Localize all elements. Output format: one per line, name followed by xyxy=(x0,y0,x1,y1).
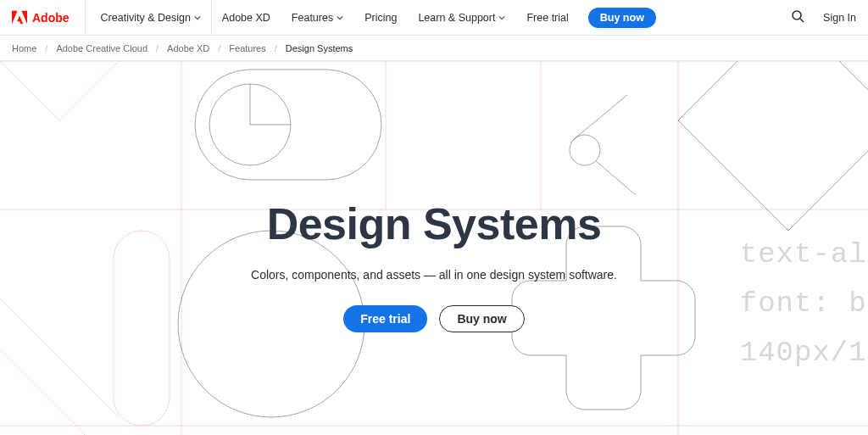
nav-adobe-xd[interactable]: Adobe XD xyxy=(212,0,281,35)
search-icon xyxy=(791,9,804,23)
breadcrumb-features[interactable]: Features xyxy=(229,43,265,53)
buy-now-button[interactable]: Buy now xyxy=(439,305,524,332)
svg-point-0 xyxy=(793,11,801,20)
hero-section: text-ali font: bo 140px/11 Design System… xyxy=(0,61,868,435)
breadcrumb-separator: / xyxy=(45,43,47,53)
breadcrumb-separator: / xyxy=(218,43,220,53)
nav-creativity-design[interactable]: Creativity & Design xyxy=(91,0,212,35)
breadcrumb-separator: / xyxy=(275,43,277,53)
adobe-logo-text: Adobe xyxy=(32,11,70,25)
breadcrumb-adobe-xd[interactable]: Adobe XD xyxy=(167,43,209,53)
nav-label: Pricing xyxy=(364,12,397,24)
nav-items: Creativity & Design Adobe XD Features Pr… xyxy=(91,0,656,35)
breadcrumb-separator: / xyxy=(156,43,159,53)
sign-in-link[interactable]: Sign In xyxy=(823,12,856,24)
nav-label: Features xyxy=(292,12,333,24)
search-button[interactable] xyxy=(791,9,804,26)
svg-line-1 xyxy=(800,19,804,22)
page-title: Design Systems xyxy=(267,198,602,249)
chevron-down-icon xyxy=(498,14,505,21)
breadcrumb: Home / Adobe Creative Cloud / Adobe XD /… xyxy=(0,36,868,61)
nav-label: Adobe XD xyxy=(222,12,270,24)
nav-free-trial[interactable]: Free trial xyxy=(516,0,579,35)
adobe-logo-icon xyxy=(12,10,27,25)
top-nav: Adobe Creativity & Design Adobe XD Featu… xyxy=(0,0,868,36)
nav-label: Free trial xyxy=(526,12,568,24)
chevron-down-icon xyxy=(337,14,343,21)
cta-row: Free trial Buy now xyxy=(343,305,524,332)
nav-label: Creativity & Design xyxy=(101,12,191,24)
page-subtitle: Colors, components, and assets — all in … xyxy=(251,268,617,282)
adobe-logo[interactable]: Adobe xyxy=(12,0,86,35)
chevron-down-icon xyxy=(194,14,201,21)
breadcrumb-current: Design Systems xyxy=(286,43,353,53)
nav-label: Learn & Support xyxy=(418,12,495,24)
hero-content: Design Systems Colors, components, and a… xyxy=(0,61,868,435)
nav-features[interactable]: Features xyxy=(281,0,354,35)
nav-right: Sign In xyxy=(791,9,856,26)
nav-pricing[interactable]: Pricing xyxy=(354,0,408,35)
nav-buy-now-button[interactable]: Buy now xyxy=(588,8,656,28)
free-trial-button[interactable]: Free trial xyxy=(343,305,427,332)
nav-learn-support[interactable]: Learn & Support xyxy=(408,0,516,35)
breadcrumb-creative-cloud[interactable]: Adobe Creative Cloud xyxy=(56,43,147,53)
breadcrumb-home[interactable]: Home xyxy=(12,43,36,53)
